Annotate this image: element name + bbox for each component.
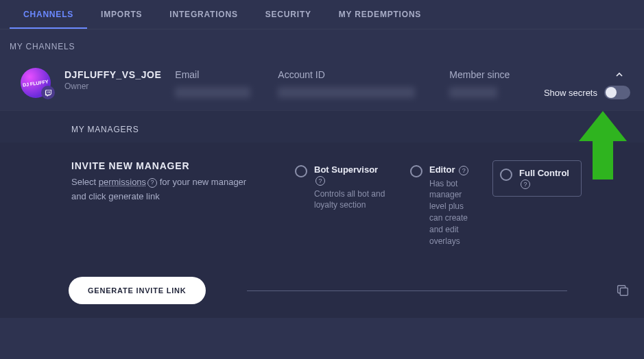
copy-icon[interactable] — [615, 283, 630, 298]
invite-link-field — [247, 290, 567, 291]
permission-name: Bot Supervisor — [314, 164, 378, 175]
help-icon[interactable]: ? — [459, 166, 468, 175]
radio-icon[interactable] — [500, 169, 512, 181]
radio-icon[interactable] — [295, 165, 307, 177]
avatar: DJ FLUFFY — [21, 68, 51, 98]
help-icon[interactable]: ? — [147, 178, 157, 188]
permissions-link[interactable]: permissions — [99, 177, 146, 187]
permission-bot-supervisor[interactable]: Bot Supervisor ? Controls all bot and lo… — [289, 160, 392, 215]
show-secrets-toggle[interactable] — [604, 86, 630, 99]
permission-desc: Controls all bot and loyalty section — [314, 188, 387, 212]
permission-editor[interactable]: Editor ? Has bot manager level plus can … — [405, 160, 480, 251]
channel-role: Owner — [64, 82, 161, 91]
tab-channels[interactable]: CHANNELS — [10, 0, 87, 29]
invite-description: Select permissions? for your new manager… — [71, 175, 277, 204]
member-since-value — [449, 87, 497, 98]
tab-imports[interactable]: IMPORTS — [87, 0, 156, 29]
help-icon[interactable]: ? — [521, 180, 530, 189]
member-since-label: Member since — [449, 69, 511, 80]
section-my-managers: MY MANAGERS — [0, 110, 644, 143]
invite-manager-section: INVITE NEW MANAGER Select permissions? f… — [0, 143, 644, 258]
invite-title: INVITE NEW MANAGER — [71, 160, 277, 171]
help-icon[interactable]: ? — [315, 176, 325, 186]
channel-name: DJFLUFFY_VS_JOE — [64, 69, 161, 80]
permission-desc: Has bot manager level plus can create an… — [429, 178, 475, 247]
tab-my-redemptions[interactable]: MY REDEMPTIONS — [325, 0, 435, 29]
permission-name: Full Control — [519, 168, 569, 178]
channel-row: DJ FLUFFY DJFLUFFY_VS_JOE Owner Email Ac… — [0, 57, 644, 110]
permission-name: Editor — [429, 164, 455, 175]
svg-rect-0 — [620, 288, 628, 296]
show-secrets-label: Show secrets — [544, 88, 597, 98]
email-label: Email — [175, 69, 264, 80]
tab-integrations[interactable]: INTEGRATIONS — [156, 0, 251, 29]
tabs-bar: CHANNELS IMPORTS INTEGRATIONS SECURITY M… — [0, 0, 644, 29]
permission-full-control[interactable]: Full Control ? — [492, 160, 582, 197]
generate-row: GENERATE INVITE LINK — [0, 258, 644, 318]
tab-security[interactable]: SECURITY — [252, 0, 325, 29]
radio-icon[interactable] — [410, 165, 422, 177]
email-value — [175, 87, 250, 98]
twitch-icon — [41, 86, 55, 99]
section-my-channels: MY CHANNELS — [0, 29, 644, 57]
account-id-label: Account ID — [278, 69, 436, 80]
generate-invite-button[interactable]: GENERATE INVITE LINK — [69, 277, 206, 304]
account-id-value — [278, 87, 415, 98]
chevron-up-icon[interactable] — [614, 69, 625, 82]
